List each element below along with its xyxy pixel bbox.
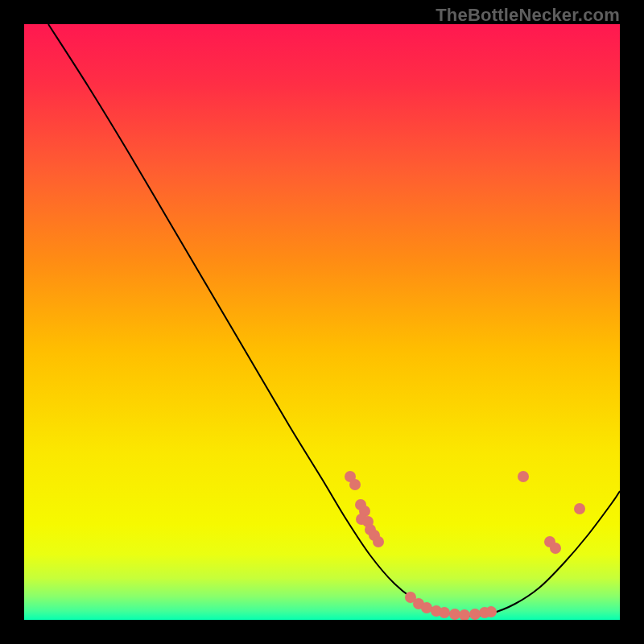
chart-point (349, 479, 361, 490)
chart-plot-area (24, 24, 620, 620)
chart-point (449, 609, 460, 620)
chart-background (24, 24, 620, 620)
chart-svg (24, 24, 620, 620)
chart-point (550, 543, 561, 554)
chart-point (439, 607, 450, 618)
chart-point (373, 536, 384, 547)
watermark-text: TheBottleNecker.com (436, 5, 620, 26)
chart-point (518, 471, 529, 482)
chart-point (469, 609, 481, 620)
chart-point (485, 606, 497, 617)
chart-point (574, 503, 585, 514)
chart-point (421, 602, 432, 613)
